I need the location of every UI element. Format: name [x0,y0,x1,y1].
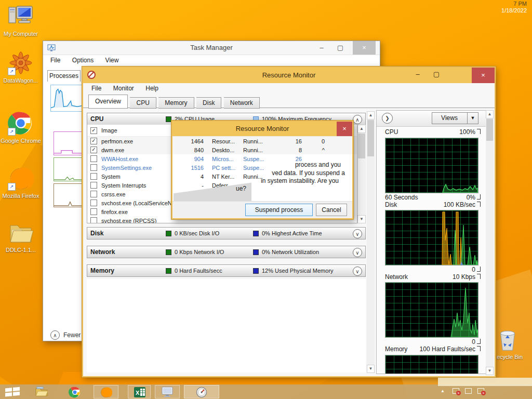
task-manager-taskbar-button[interactable] [155,385,180,398]
scroll-down-icon[interactable]: ▼ [486,367,494,375]
network-error-icon[interactable]: × [477,388,484,394]
maximize-button[interactable]: ▢ [428,68,445,81]
memory-graph-label: Memory [385,345,407,353]
minimize-button[interactable]: – [313,41,330,55]
scroll-up-icon[interactable]: ▲ [357,125,366,133]
resource-monitor-tab[interactable]: Network [224,97,260,109]
cpu-section-label: CPU [90,115,166,123]
task-manager-titlebar[interactable]: Task Manager – ▢ × [43,41,380,55]
process-name: csrss.exe [101,191,178,197]
scrollbar-thumb[interactable] [358,134,365,158]
process-checkbox[interactable] [90,164,97,171]
file-explorer-icon[interactable] [35,386,48,397]
tab-processes[interactable]: Processes [47,70,81,82]
menu-file[interactable]: File [91,85,101,92]
menu-options[interactable]: Options [72,57,94,64]
network-graph-label: Network [385,273,408,281]
process-checkbox[interactable] [90,200,97,206]
minimize-button[interactable]: – [409,68,426,81]
dialog-titlebar[interactable]: Resource Monitor × [172,122,352,136]
menu-file[interactable]: File [50,57,60,64]
desktop-icon-my-computer[interactable]: My Computer [1,3,41,37]
power-icon[interactable] [465,388,472,394]
suspend-process-button[interactable]: Suspend process [245,204,313,216]
process-table-scrollbar[interactable]: ▲ ▼ [357,125,366,223]
section-io-stat: 0 KB/sec Disk I/O [175,230,219,236]
resource-monitor-taskbar-button[interactable] [184,385,219,398]
process-checkbox[interactable] [90,155,97,162]
scrollbar-thumb[interactable] [367,120,374,156]
collapse-chevron-icon[interactable]: ∧ [353,115,362,124]
desktop-icon-label: DDLC-1.1... [1,247,41,254]
expand-chevron-icon[interactable]: ∨ [353,267,362,276]
close-button[interactable]: × [353,41,376,55]
process-checkbox[interactable] [90,138,97,144]
firefox-taskbar-button[interactable] [94,385,118,398]
close-button[interactable]: × [472,68,495,83]
process-name: svchost.exe (LocalServiceN... [101,200,178,206]
dialog-title: Resource Monitor [172,125,352,132]
tray-chevron-icon[interactable]: ▲ [441,389,445,393]
resource-monitor-tab[interactable]: CPU [130,97,156,109]
excel-taskbar-icon: X [134,386,146,398]
scroll-up-icon[interactable]: ▲ [367,111,375,119]
expand-chevron-icon[interactable]: ∨ [353,248,362,257]
section-io-icon [166,268,171,274]
process-name: WWAHost.exe [101,156,178,162]
process-name: System Interrupts [101,182,178,189]
process-checkbox[interactable] [90,173,97,180]
taskbar: X ▲ × × [0,384,532,399]
taskbar-clock[interactable]: 7 PM 1/18/2022 [501,1,527,14]
start-button[interactable] [5,387,21,397]
desktop-icon-datawagon[interactable]: ↗ DataWagon... [1,50,41,84]
maximize-button[interactable]: ▢ [332,41,349,55]
menu-help[interactable]: Help [145,85,158,92]
desktop-icon-mozilla-firefox[interactable]: ↗ Mozilla Firefox [1,165,41,200]
scroll-up-icon[interactable]: ▲ [486,110,494,118]
process-checkbox[interactable] [90,191,97,197]
views-dropdown[interactable]: Views ▼ [432,112,478,124]
process-checkbox[interactable] [90,182,97,189]
section-header[interactable]: Memory 0 Hard Faults/secc 12% Used Physi… [87,264,366,277]
section-pct-icon [253,249,259,255]
memory-faults-graph [385,355,478,374]
cancel-button[interactable]: Cancel [316,204,347,216]
process-checkbox[interactable] [90,208,97,215]
resource-monitor-window: Resource Monitor – ▢ × File Monitor Help… [82,66,496,377]
section-header[interactable]: Disk 0 KB/sec Disk I/O 0% Highest Active… [87,227,366,240]
process-checkbox[interactable] [90,217,97,223]
suspend-process-dialog: Resource Monitor × process and you ved d… [171,121,353,219]
disk-graph-min: 0 [472,266,475,273]
desktop-icon-google-chrome[interactable]: ↗ Google Chrome [1,110,41,144]
scrollbar-thumb[interactable] [486,119,493,141]
menu-monitor[interactable]: Monitor [113,85,134,92]
process-name: firefox.exe [101,209,178,215]
excel-taskbar-button[interactable]: X [128,385,151,398]
resource-monitor-tab[interactable]: Disk [196,97,221,109]
chrome-icon: ↗ [7,110,34,136]
section-header[interactable]: Network 0 Kbps Network I/O 0% Network Ut… [87,246,366,258]
window-scrollbar[interactable]: ▲ ▼ [486,110,494,375]
resource-monitor-tab[interactable]: Overview [88,95,128,109]
process-name: dwm.exe [101,147,178,153]
select-all-checkbox[interactable] [90,127,97,134]
close-icon[interactable]: × [337,122,352,136]
notification-ghost-overlay [438,378,532,386]
action-center-error-icon[interactable]: × [453,388,459,394]
process-checkbox[interactable] [90,147,97,153]
fewer-details-button[interactable]: ∧ Fewer [50,330,81,340]
firefox-icon: ↗ [7,165,34,191]
resource-monitor-titlebar[interactable]: Resource Monitor – ▢ × [83,68,495,83]
scroll-down-icon[interactable]: ▼ [367,365,375,373]
section-pct-icon [253,231,259,236]
cpu-graph-max: 100% [459,128,475,136]
resource-monitor-tab[interactable]: Memory [158,97,194,109]
chrome-taskbar-icon[interactable] [69,386,81,398]
left-pane-scrollbar[interactable]: ▲ ▼ [367,111,375,373]
expand-chevron-icon[interactable]: ∨ [353,229,362,238]
scroll-down-icon[interactable]: ▼ [357,215,366,223]
menu-view[interactable]: View [105,57,119,64]
collapse-panel-icon[interactable]: ❯ [382,113,393,124]
resource-monitor-tabs: Overview CPU Memory Disk Network [83,95,495,108]
desktop-icon-ddlc[interactable]: DDLC-1.1... [1,219,41,254]
